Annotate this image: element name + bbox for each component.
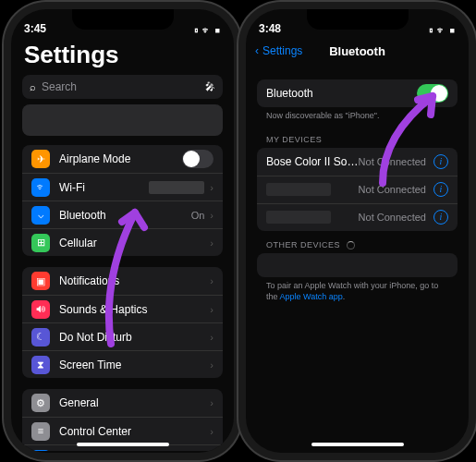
search-placeholder: Search xyxy=(36,80,205,93)
row-airplane-mode[interactable]: ✈ Airplane Mode xyxy=(22,145,223,173)
row-label: Airplane Mode xyxy=(59,152,182,165)
section-label: OTHER DEVICES xyxy=(266,240,340,249)
notch xyxy=(72,9,174,30)
bluetooth-toggle[interactable] xyxy=(417,84,448,103)
row-label: Sounds & Haptics xyxy=(59,303,204,316)
notch xyxy=(307,9,409,30)
chevron-right-icon: › xyxy=(210,275,214,286)
mic-icon[interactable]: 🎤︎ xyxy=(205,82,215,92)
chevron-right-icon: › xyxy=(210,237,214,249)
notifications-icon: ▣ xyxy=(31,272,50,290)
nav-bar: ‹ Settings Bluetooth xyxy=(246,37,469,65)
home-indicator[interactable] xyxy=(77,443,169,446)
airplane-toggle[interactable] xyxy=(182,150,214,168)
chevron-right-icon: › xyxy=(210,397,214,408)
row-sounds[interactable]: 🔊︎ Sounds & Haptics › xyxy=(22,295,223,322)
row-label: Bluetooth xyxy=(266,87,417,100)
back-label: Settings xyxy=(262,44,302,57)
device-row[interactable]: Not Connected i xyxy=(257,203,458,231)
section-other-devices: OTHER DEVICES xyxy=(246,231,469,253)
device-status: Not Connected xyxy=(359,212,426,223)
chevron-right-icon: › xyxy=(210,426,214,437)
group-network: ✈ Airplane Mode ᯤ Wi-Fi › ⌵ Bluetooth On… xyxy=(22,145,223,256)
clock: 3:45 xyxy=(24,22,46,35)
chevron-right-icon: › xyxy=(210,304,214,315)
info-icon[interactable]: i xyxy=(433,154,448,169)
home-indicator[interactable] xyxy=(311,443,404,446)
gear-icon: ⚙ xyxy=(31,394,50,412)
apple-watch-app-link[interactable]: Apple Watch app xyxy=(280,292,343,301)
bluetooth-icon: ⌵ xyxy=(31,206,50,225)
chevron-right-icon: › xyxy=(210,359,214,371)
search-input[interactable]: ⌕ Search 🎤︎ xyxy=(22,75,223,99)
hourglass-icon: ⧗ xyxy=(31,356,50,374)
search-icon: ⌕ xyxy=(30,82,36,92)
wifi-value-redacted xyxy=(149,181,204,194)
display-icon: Aᴀ xyxy=(31,450,50,452)
device-status: Not Connected xyxy=(359,184,426,195)
row-bluetooth[interactable]: ⌵ Bluetooth On › xyxy=(22,201,223,228)
chevron-right-icon: › xyxy=(210,332,214,343)
wifi-icon: ᯤ xyxy=(31,178,50,197)
status-icons: ▯ ᯤ ■ xyxy=(194,26,221,35)
chevron-right-icon: › xyxy=(210,210,214,221)
clock: 3:48 xyxy=(259,22,281,35)
row-label: Bluetooth xyxy=(59,209,191,222)
discoverable-caption: Now discoverable as "iPhone". xyxy=(246,107,469,126)
pair-hint: To pair an Apple Watch with your iPhone,… xyxy=(246,277,469,306)
group-notify: ▣ Notifications › 🔊︎ Sounds & Haptics › … xyxy=(22,267,223,378)
row-value: On xyxy=(191,210,205,221)
group-general: ⚙ General › ≡ Control Center › Aᴀ Displa… xyxy=(22,389,223,451)
section-my-devices: MY DEVICES xyxy=(246,126,469,148)
settings-screen: Settings ⌕ Search 🎤︎ ✈ Airplane Mode ᯤ W… xyxy=(11,37,234,451)
row-label: Wi-Fi xyxy=(59,181,149,194)
bluetooth-screen: ‹ Settings Bluetooth Bluetooth Now disco… xyxy=(246,37,469,451)
cellular-icon: ⊞ xyxy=(31,234,50,252)
phone-settings-root: 3:45 ▯ ᯤ ■ Settings ⌕ Search 🎤︎ ✈ Airpla… xyxy=(11,9,234,453)
row-bluetooth-toggle[interactable]: Bluetooth xyxy=(257,79,458,107)
row-notifications[interactable]: ▣ Notifications › xyxy=(22,267,223,295)
row-general[interactable]: ⚙ General › xyxy=(22,389,223,417)
row-label: Control Center xyxy=(59,425,204,438)
row-cellular[interactable]: ⊞ Cellular › xyxy=(22,228,223,256)
device-name-redacted xyxy=(266,183,331,196)
chevron-right-icon: › xyxy=(210,182,214,193)
phone-bluetooth-root: 3:48 ▯ ᯤ ■ ‹ Settings Bluetooth Bluetoot… xyxy=(246,9,469,453)
device-name: Bose Color II SoundLink xyxy=(266,155,359,168)
info-icon[interactable]: i xyxy=(433,182,448,197)
status-icons: ▯ ᯤ ■ xyxy=(429,26,456,35)
other-device-row[interactable] xyxy=(257,253,458,277)
page-title: Settings xyxy=(11,37,234,75)
device-name-redacted xyxy=(266,211,331,224)
back-button[interactable]: ‹ Settings xyxy=(255,44,302,57)
row-do-not-disturb[interactable]: ☾ Do Not Disturb › xyxy=(22,322,223,350)
row-label: Screen Time xyxy=(59,359,204,371)
row-screen-time[interactable]: ⧗ Screen Time › xyxy=(22,350,223,378)
row-label: General xyxy=(59,396,204,409)
device-status: Not Connected xyxy=(359,156,426,167)
row-label: Cellular xyxy=(59,237,204,249)
row-label: Notifications xyxy=(59,274,204,287)
sounds-icon: 🔊︎ xyxy=(31,300,50,319)
device-row[interactable]: Not Connected i xyxy=(257,176,458,203)
spinner-icon xyxy=(347,241,355,249)
device-row[interactable]: Bose Color II SoundLink Not Connected i xyxy=(257,148,458,176)
apple-id-row[interactable] xyxy=(22,104,223,136)
airplane-icon: ✈ xyxy=(31,150,50,168)
row-wifi[interactable]: ᯤ Wi-Fi › xyxy=(22,173,223,201)
moon-icon: ☾ xyxy=(31,328,50,346)
row-control-center[interactable]: ≡ Control Center › xyxy=(22,417,223,444)
info-icon[interactable]: i xyxy=(433,210,448,225)
row-label: Do Not Disturb xyxy=(59,331,204,344)
sliders-icon: ≡ xyxy=(31,422,50,441)
chevron-left-icon: ‹ xyxy=(255,44,259,57)
